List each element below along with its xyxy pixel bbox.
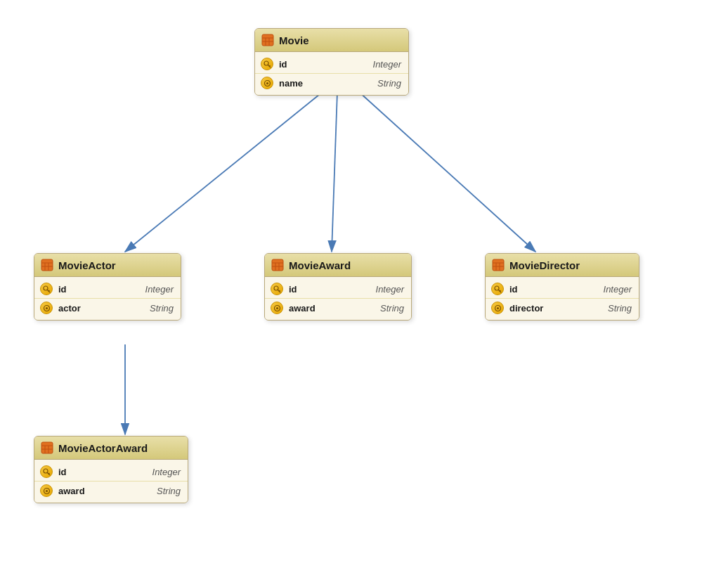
svg-line-22 bbox=[48, 290, 50, 292]
svg-rect-25 bbox=[272, 259, 283, 271]
entity-movie-actor-award-header: MovieActorAward bbox=[34, 437, 188, 460]
svg-point-50 bbox=[44, 469, 48, 473]
entity-movie-director-title: MovieDirector bbox=[509, 259, 580, 271]
field-type-award-actor-award: String bbox=[157, 486, 181, 496]
svg-line-42 bbox=[500, 290, 501, 292]
svg-point-24 bbox=[46, 307, 48, 309]
field-type-actor: String bbox=[150, 303, 174, 314]
table-icon-director bbox=[491, 258, 505, 272]
svg-point-20 bbox=[44, 286, 48, 290]
entity-movie-award[interactable]: MovieAward id Integer bbox=[264, 253, 412, 321]
entity-movie-actor-award-field-award: award String bbox=[34, 482, 188, 500]
svg-point-44 bbox=[497, 307, 499, 309]
diagram-container: Movie id Integer bbox=[0, 0, 728, 575]
entity-movie-actor[interactable]: MovieActor id Integer bbox=[34, 253, 181, 321]
svg-point-54 bbox=[46, 490, 48, 492]
entity-movie-award-field-award: award String bbox=[265, 299, 411, 317]
field-name-id: id bbox=[279, 59, 328, 70]
entity-movie-award-header: MovieAward bbox=[265, 254, 411, 277]
svg-line-2 bbox=[332, 91, 337, 252]
field-type-id-director: Integer bbox=[604, 284, 632, 295]
svg-point-40 bbox=[495, 286, 499, 290]
table-icon-actor bbox=[40, 258, 54, 272]
key-icon-actor bbox=[40, 283, 53, 295]
table-icon bbox=[261, 33, 275, 47]
field-type-id-actor-award: Integer bbox=[152, 467, 181, 477]
entity-movie-award-body: id Integer award String bbox=[265, 277, 411, 320]
entity-movie-field-name: name String bbox=[255, 74, 408, 92]
svg-rect-35 bbox=[493, 259, 504, 271]
field-icon bbox=[261, 77, 273, 89]
key-icon-director bbox=[491, 283, 504, 295]
field-type-id-actor: Integer bbox=[145, 284, 174, 295]
field-name-actor: actor bbox=[58, 303, 108, 314]
entity-movie-award-field-id: id Integer bbox=[265, 280, 411, 299]
field-type-award: String bbox=[380, 303, 404, 314]
svg-rect-15 bbox=[41, 259, 53, 271]
svg-line-12 bbox=[269, 65, 271, 67]
field-type-name: String bbox=[377, 78, 401, 89]
field-icon-actor-award bbox=[40, 484, 53, 497]
svg-point-34 bbox=[276, 307, 278, 309]
field-type-director: String bbox=[608, 303, 632, 314]
field-icon-actor bbox=[40, 302, 53, 314]
entity-movie-director-header: MovieDirector bbox=[486, 254, 639, 277]
svg-line-52 bbox=[48, 473, 50, 474]
table-icon-actor-award bbox=[40, 441, 54, 455]
svg-line-1 bbox=[125, 91, 323, 252]
entity-movie-field-id: id Integer bbox=[255, 55, 408, 74]
svg-point-10 bbox=[264, 61, 268, 65]
field-icon-award bbox=[271, 302, 283, 314]
field-name-award-actor-award: award bbox=[58, 486, 108, 496]
field-type-id: Integer bbox=[373, 59, 401, 70]
entity-movie-actor-title: MovieActor bbox=[58, 259, 116, 271]
table-icon-award bbox=[271, 258, 285, 272]
svg-rect-5 bbox=[262, 34, 273, 46]
entity-movie-director-field-director: director String bbox=[486, 299, 639, 317]
entity-movie-actor-award-body: id Integer award String bbox=[34, 460, 188, 503]
entity-movie-director[interactable]: MovieDirector id Integer bbox=[485, 253, 639, 321]
key-icon-award bbox=[271, 283, 283, 295]
entity-movie-header: Movie bbox=[255, 29, 408, 52]
entity-movie-actor-field-id: id Integer bbox=[34, 280, 181, 299]
svg-line-32 bbox=[279, 290, 280, 292]
field-icon-director bbox=[491, 302, 504, 314]
svg-point-14 bbox=[266, 82, 268, 84]
field-name-id-award: id bbox=[289, 284, 338, 295]
entity-movie-award-title: MovieAward bbox=[289, 259, 351, 271]
entity-movie-actor-award-field-id: id Integer bbox=[34, 463, 188, 482]
field-name-name: name bbox=[279, 78, 328, 89]
entity-movie-actor-header: MovieActor bbox=[34, 254, 181, 277]
field-name-director: director bbox=[509, 303, 559, 314]
entity-movie[interactable]: Movie id Integer bbox=[254, 28, 409, 96]
key-icon-actor-award bbox=[40, 465, 53, 478]
entity-movie-actor-award-title: MovieActorAward bbox=[58, 442, 148, 454]
field-name-id-director: id bbox=[509, 284, 559, 295]
field-name-id-actor-award: id bbox=[58, 467, 108, 477]
entity-movie-body: id Integer name String bbox=[255, 52, 408, 95]
svg-line-3 bbox=[358, 91, 535, 252]
entity-movie-director-field-id: id Integer bbox=[486, 280, 639, 299]
svg-point-30 bbox=[274, 286, 278, 290]
key-icon bbox=[261, 58, 273, 70]
entity-movie-actor-award[interactable]: MovieActorAward id Integer bbox=[34, 436, 188, 503]
svg-rect-45 bbox=[41, 442, 53, 453]
field-name-id-actor: id bbox=[58, 284, 108, 295]
entity-movie-actor-field-actor: actor String bbox=[34, 299, 181, 317]
field-type-id-award: Integer bbox=[376, 284, 404, 295]
field-name-award: award bbox=[289, 303, 338, 314]
entity-movie-actor-body: id Integer actor String bbox=[34, 277, 181, 320]
entity-movie-title: Movie bbox=[279, 34, 309, 46]
entity-movie-director-body: id Integer director String bbox=[486, 277, 639, 320]
